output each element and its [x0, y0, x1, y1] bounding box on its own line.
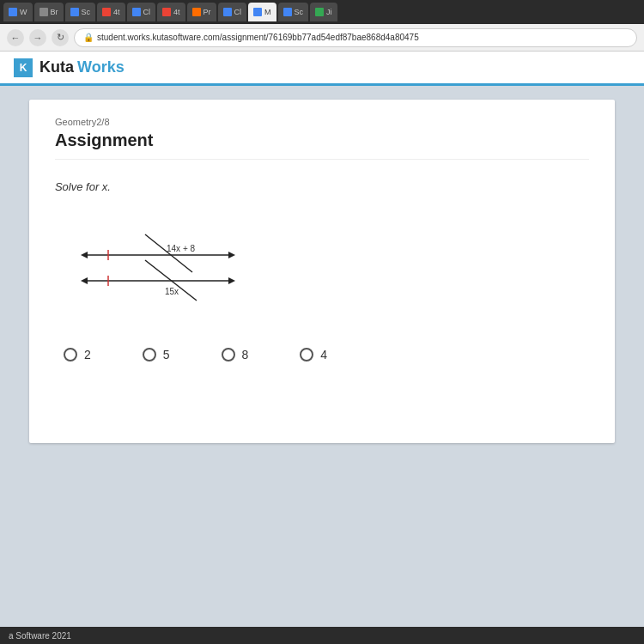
tab-label: W	[20, 8, 27, 16]
tab-label: Sc	[295, 8, 304, 16]
footer-bar: a Software 2021	[0, 627, 644, 644]
address-bar-row: ← → ↻ 🔒 student.works.kutasoftware.com/a…	[0, 24, 644, 52]
kuta-title-kuta: Kuta	[39, 58, 74, 76]
choice-8-label: 8	[242, 348, 249, 361]
assignment-title: Assignment	[55, 131, 589, 160]
tab-pr[interactable]: Pr	[187, 3, 216, 21]
choice-4-label: 4	[320, 348, 327, 361]
tab-bar: W Br Sc 4t Cl 4t Pr Cl	[0, 0, 644, 24]
solve-instruction: Solve for x.	[55, 180, 589, 193]
svg-text:14x + 8: 14x + 8	[167, 244, 196, 253]
tab-label: Cl	[143, 8, 151, 16]
choice-5-label: 5	[163, 348, 170, 361]
tab-favicon	[283, 8, 292, 16]
kuta-title-works: Works	[77, 58, 125, 76]
tab-4t2[interactable]: 4t	[157, 3, 185, 21]
diagram-container: 14x + 8 15x	[72, 219, 261, 313]
tab-cl2[interactable]: Cl	[218, 3, 247, 21]
url-text: student.works.kutasoftware.com/assignmen…	[97, 33, 419, 42]
tab-br[interactable]: Br	[34, 3, 64, 21]
radio-5[interactable]	[143, 348, 156, 361]
main-content: Geometry2/8 Assignment Solve for x. 14x …	[0, 86, 644, 644]
assignment-card: Geometry2/8 Assignment Solve for x. 14x …	[29, 100, 615, 443]
tab-favicon	[162, 8, 171, 16]
choice-2[interactable]: 2	[64, 348, 91, 361]
tab-favicon	[102, 8, 111, 16]
tab-m-active[interactable]: M	[248, 3, 276, 21]
forward-button[interactable]: →	[29, 29, 46, 46]
tab-label: 4t	[113, 8, 120, 16]
tab-label: Cl	[234, 8, 242, 16]
tab-favicon	[9, 8, 17, 16]
tab-w[interactable]: W	[3, 3, 33, 21]
browser-chrome: W Br Sc 4t Cl 4t Pr Cl	[0, 0, 644, 52]
tab-favicon	[39, 8, 48, 16]
address-input[interactable]: 🔒 student.works.kutasoftware.com/assignm…	[74, 28, 637, 47]
radio-4[interactable]	[300, 348, 313, 361]
svg-text:15x: 15x	[165, 287, 179, 296]
reload-button[interactable]: ↻	[52, 29, 69, 46]
tab-label: Pr	[204, 8, 211, 16]
choice-8[interactable]: 8	[222, 348, 249, 361]
geometry-diagram: 14x + 8 15x	[72, 219, 261, 313]
tab-label: Br	[51, 8, 58, 16]
choice-5[interactable]: 5	[143, 348, 170, 361]
tab-cl1[interactable]: Cl	[127, 3, 156, 21]
kuta-logo: K	[14, 58, 33, 77]
course-label: Geometry2/8	[55, 117, 589, 127]
tab-favicon	[223, 8, 232, 16]
choice-2-label: 2	[84, 348, 91, 361]
tab-m2[interactable]: Sc	[278, 3, 309, 21]
tab-favicon	[70, 8, 79, 16]
svg-marker-1	[81, 252, 88, 258]
lock-icon: 🔒	[83, 33, 94, 42]
tab-label: M	[264, 8, 271, 16]
back-button[interactable]: ←	[7, 29, 24, 46]
kuta-logo-letter: K	[20, 62, 27, 74]
kuta-header: K Kuta Works	[0, 52, 644, 86]
radio-2[interactable]	[64, 348, 77, 361]
tab-4t1[interactable]: 4t	[97, 3, 125, 21]
tab-label: Ji	[326, 8, 332, 16]
tab-label: 4t	[173, 8, 180, 16]
answer-choices: 2 5 8 4	[55, 348, 589, 361]
tab-favicon	[253, 8, 262, 16]
svg-marker-2	[228, 252, 235, 258]
svg-marker-7	[81, 277, 88, 284]
tab-ji[interactable]: Ji	[310, 3, 337, 21]
tab-favicon	[315, 8, 324, 16]
tab-favicon	[132, 8, 141, 16]
choice-4[interactable]: 4	[300, 348, 327, 361]
tab-sc[interactable]: Sc	[65, 3, 96, 21]
footer-text: a Software 2021	[9, 631, 71, 641]
svg-marker-8	[228, 277, 235, 284]
tab-favicon	[192, 8, 201, 16]
tab-label: Sc	[82, 8, 91, 16]
radio-8[interactable]	[222, 348, 235, 361]
